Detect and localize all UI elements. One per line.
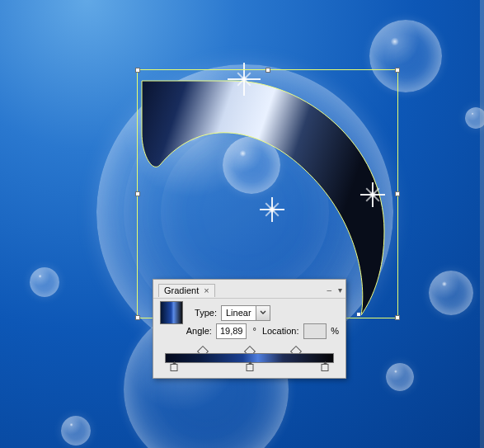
bubble-mid [223, 136, 280, 194]
panel-title: Gradient [164, 285, 199, 295]
degree-symbol: ° [251, 326, 257, 336]
bubble-small [429, 271, 473, 315]
chevron-down-icon[interactable] [256, 306, 270, 320]
illustration-canvas[interactable]: Gradient × – ▾ Type: Linear [0, 0, 484, 448]
color-stop[interactable] [321, 361, 328, 371]
type-select-value: Linear [222, 308, 256, 318]
color-stop[interactable] [246, 361, 253, 371]
gradient-panel[interactable]: Gradient × – ▾ Type: Linear [153, 279, 346, 379]
angle-input[interactable]: 19,89 [216, 323, 247, 339]
type-select[interactable]: Linear [221, 305, 270, 321]
resize-handle-mr[interactable] [395, 191, 400, 196]
panel-menu-icon[interactable]: ▾ [338, 285, 342, 295]
bubble-small [386, 363, 414, 391]
panel-minimize-icon[interactable]: – [327, 285, 331, 295]
type-label: Type: [190, 308, 217, 318]
bubble-small [369, 20, 442, 92]
panel-titlebar[interactable]: Gradient × – ▾ [153, 280, 345, 299]
percent-symbol: % [331, 326, 339, 336]
path-anchor-point[interactable] [356, 312, 361, 317]
close-tab-icon[interactable]: × [204, 285, 209, 295]
panel-tab-gradient[interactable]: Gradient × [158, 284, 215, 297]
resize-handle-tl[interactable] [135, 68, 140, 73]
location-label: Location: [262, 326, 299, 336]
resize-handle-br[interactable] [395, 315, 400, 320]
angle-label: Angle: [186, 326, 212, 336]
color-stop[interactable] [171, 361, 178, 371]
gradient-swatch[interactable] [160, 301, 183, 324]
bubble-small [30, 267, 59, 297]
location-input[interactable] [303, 323, 327, 339]
panel-body: Type: Linear Angle: 19,89 ° Location: % [153, 299, 345, 378]
window-edge [480, 0, 484, 448]
bubble-small [61, 416, 91, 446]
gradient-ramp[interactable] [160, 347, 339, 371]
